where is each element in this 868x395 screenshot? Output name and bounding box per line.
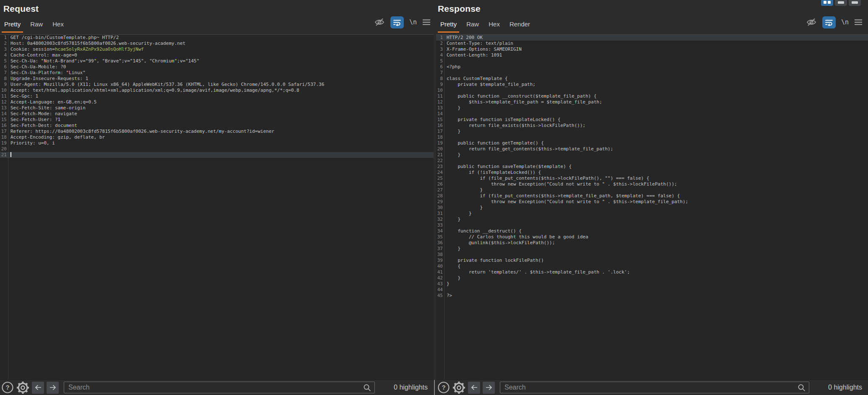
line-number: 19 <box>436 140 443 146</box>
code-line: 7Sec-Ch-Ua-Platform: "Linux" <box>0 70 434 76</box>
code-line: 7 <box>436 70 868 76</box>
code-line: 11Sec-Gpc: 1 <box>0 93 434 99</box>
line-number: 8 <box>436 76 443 82</box>
next-match-button[interactable] <box>483 382 495 394</box>
line-number: 45 <box>436 293 443 299</box>
request-editor[interactable]: 1GET /cgi-bin/CustomTemplate.php~ HTTP/2… <box>0 34 434 380</box>
line-number: 40 <box>436 263 443 269</box>
line-number: 4 <box>436 52 443 58</box>
svg-text:?: ? <box>442 384 445 391</box>
line-number: 23 <box>436 164 443 170</box>
response-search-bar: ? <box>436 380 868 395</box>
line-number: 21 <box>0 152 7 158</box>
line-number: 8 <box>0 76 7 82</box>
line-number: 25 <box>436 176 443 181</box>
code-line: 37 } <box>436 246 868 252</box>
gear-icon[interactable] <box>16 381 29 394</box>
tab-hex[interactable]: Hex <box>50 20 66 33</box>
code-line: 28 if (file_put_contents($this->template… <box>436 193 868 199</box>
tab-hex[interactable]: Hex <box>486 20 502 33</box>
tab-pretty[interactable]: Pretty <box>438 20 459 33</box>
code-line: 24 if (!isTemplateLocked()) { <box>436 170 868 176</box>
line-number: 34 <box>436 228 443 234</box>
request-panel: Request \n PrettyRawHex 1GET <box>0 0 434 395</box>
code-line: 4Content-Length: 1091 <box>436 52 868 58</box>
line-number: 12 <box>436 99 443 105</box>
search-input[interactable] <box>500 382 809 393</box>
line-number: 30 <box>436 205 443 211</box>
line-number: 31 <box>436 211 443 217</box>
code-line: 6Sec-Ch-Ua-Mobile: ?0 <box>0 64 434 70</box>
previous-match-button[interactable] <box>468 382 480 394</box>
columns-layout-button[interactable] <box>821 0 833 6</box>
next-match-button[interactable] <box>47 382 59 394</box>
line-number: 20 <box>436 146 443 152</box>
code-line: 12 $this->template_file_path = $template… <box>436 99 868 105</box>
line-number: 16 <box>436 123 443 129</box>
menu-icon[interactable] <box>422 19 431 26</box>
response-panel: Response \n PrettyRawHexRender <box>436 0 868 395</box>
code-line: 15 private function isTemplateLocked() { <box>436 117 868 123</box>
tab-render[interactable]: Render <box>507 20 533 33</box>
line-number: 15 <box>0 117 7 123</box>
code-line: 12Accept-Language: en-GB,en;q=0.5 <box>0 99 434 105</box>
menu-icon[interactable] <box>854 19 863 26</box>
code-line: 2Host: 0a48002003c8fd57815f6b5800af0026.… <box>0 41 434 46</box>
code-line: 16 return file_exists($this->lockFilePat… <box>436 123 868 129</box>
help-icon[interactable]: ? <box>437 381 450 394</box>
line-number: 4 <box>0 52 7 58</box>
line-number: 21 <box>436 152 443 158</box>
line-number: 7 <box>0 70 7 76</box>
newline-toggle-icon[interactable]: \n <box>841 18 849 26</box>
code-line: 45?> <box>436 293 868 299</box>
visibility-off-icon[interactable] <box>806 18 817 27</box>
line-number: 27 <box>436 187 443 193</box>
line-number: 1 <box>436 35 443 41</box>
code-line: 5Sec-Ch-Ua: "Not:A-Brand";v="99", "Brave… <box>0 58 434 64</box>
code-line: 20 <box>0 146 434 152</box>
line-number: 29 <box>436 199 443 205</box>
code-line: 17Referer: https://0a48002003c8fd57815f6… <box>0 129 434 134</box>
response-editor[interactable]: 1HTTP/2 200 OK2Content-Type: text/plain3… <box>436 34 868 380</box>
svg-text:?: ? <box>5 384 9 391</box>
code-line: 23 public function saveTemplate($templat… <box>436 164 868 170</box>
word-wrap-toggle[interactable] <box>822 16 836 28</box>
newline-toggle-icon[interactable]: \n <box>409 18 417 26</box>
code-line: 20 return file_get_contents($this->templ… <box>436 146 868 152</box>
tab-raw[interactable]: Raw <box>464 20 481 33</box>
response-tabs: PrettyRawHexRender <box>438 20 537 33</box>
request-panel-title: Request <box>3 4 39 14</box>
code-line: 3Cookie: session=hcaeSolyRxAZnPx92uaOsQo… <box>0 46 434 52</box>
word-wrap-toggle[interactable] <box>390 16 404 28</box>
tab-pretty[interactable]: Pretty <box>2 20 23 33</box>
line-number: 18 <box>436 134 443 140</box>
single-layout-button[interactable] <box>849 0 861 6</box>
previous-match-button[interactable] <box>32 382 44 394</box>
code-line: 11 public function __construct($template… <box>436 93 868 99</box>
tab-raw[interactable]: Raw <box>28 20 45 33</box>
line-number: 44 <box>436 287 443 293</box>
line-number: 11 <box>0 93 7 99</box>
line-number: 17 <box>436 129 443 134</box>
code-line: 10Accept: text/html,application/xhtml+xm… <box>0 88 434 93</box>
code-line: 1GET /cgi-bin/CustomTemplate.php~ HTTP/2 <box>0 35 434 41</box>
line-number: 24 <box>436 170 443 176</box>
highlights-count: 0 highlights <box>818 384 862 391</box>
line-number: 19 <box>0 140 7 146</box>
code-line: 8Upgrade-Insecure-Requests: 1 <box>0 76 434 82</box>
help-icon[interactable]: ? <box>1 381 14 394</box>
code-line: 31 } <box>436 211 868 217</box>
search-input[interactable] <box>64 382 375 393</box>
line-number: 16 <box>0 123 7 129</box>
line-number: 13 <box>0 105 7 111</box>
code-line: 2Content-Type: text/plain <box>436 41 868 46</box>
code-line: 34 function __destruct() { <box>436 228 868 234</box>
visibility-off-icon[interactable] <box>374 18 385 27</box>
line-number: 1 <box>0 35 7 41</box>
line-number: 36 <box>436 240 443 246</box>
line-number: 26 <box>436 181 443 187</box>
rows-layout-button[interactable] <box>835 0 847 6</box>
gear-icon[interactable] <box>452 381 465 394</box>
code-line: 35 // Carlos thought this would be a goo… <box>436 234 868 240</box>
line-number: 11 <box>436 93 443 99</box>
